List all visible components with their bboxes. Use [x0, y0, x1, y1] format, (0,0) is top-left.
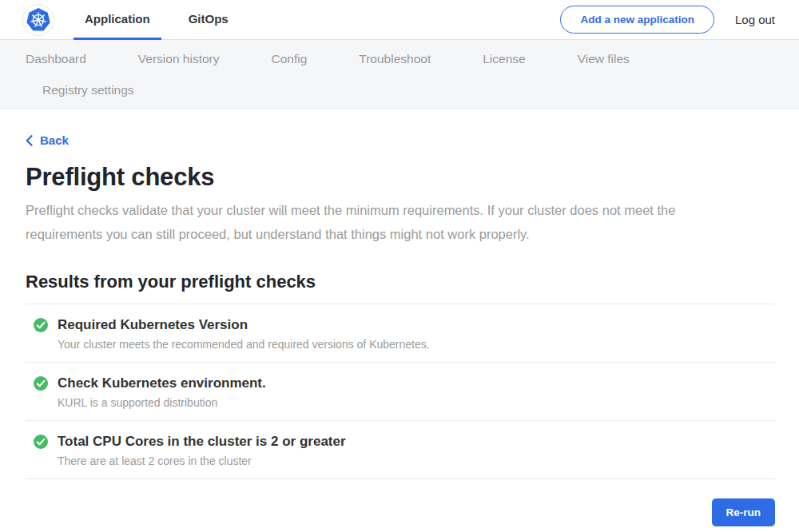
subnav-item-view-files[interactable]: View files [578, 52, 630, 66]
page-title: Preflight checks [26, 161, 775, 193]
subnav-item-dashboard[interactable]: Dashboard [26, 52, 86, 66]
results-heading: Results from your preflight checks [26, 272, 775, 292]
subnav-row-1: Dashboard Version history Config Trouble… [26, 52, 773, 66]
check-detail: KURL is a supported distribution [58, 396, 775, 410]
success-check-icon [34, 435, 48, 449]
rerun-button[interactable]: Re-run [712, 498, 776, 526]
check-item-total-cpu-cores: Total CPU Cores in the cluster is 2 or g… [26, 421, 775, 479]
check-head: Required Kubernetes Version [34, 316, 775, 334]
success-check-icon [34, 376, 48, 391]
back-link[interactable]: Back [26, 133, 69, 147]
main-content: Back Preflight checks Preflight checks v… [0, 109, 799, 526]
tab-application[interactable]: Application [74, 0, 161, 40]
tab-gitops[interactable]: GitOps [177, 0, 240, 40]
top-nav-bar: Application GitOps Add a new application… [0, 0, 799, 40]
page-description: Preflight checks validate that your clus… [26, 198, 754, 246]
subnav-row-2: Registry settings [42, 83, 773, 97]
success-check-icon [34, 318, 48, 332]
subnav-item-registry-settings[interactable]: Registry settings [42, 83, 134, 97]
add-new-application-button[interactable]: Add a new application [560, 6, 714, 34]
check-item-required-kubernetes-version: Required Kubernetes Version Your cluster… [26, 304, 775, 363]
footer-actions: Re-run [26, 498, 775, 526]
subnav-item-troubleshoot[interactable]: Troubleshoot [359, 52, 431, 66]
subnav-item-license[interactable]: License [483, 52, 525, 66]
app-subnav: Dashboard Version history Config Trouble… [0, 40, 799, 109]
primary-tabs: Application GitOps [74, 0, 240, 39]
check-detail: Your cluster meets the recommended and r… [58, 338, 775, 351]
check-item-kubernetes-environment: Check Kubernetes environment. KURL is a … [26, 363, 775, 421]
topbar-spacer [240, 0, 561, 39]
subnav-item-version-history[interactable]: Version history [138, 52, 220, 66]
check-title: Required Kubernetes Version [58, 316, 248, 334]
check-title: Check Kubernetes environment. [58, 375, 266, 392]
check-head: Total CPU Cores in the cluster is 2 or g… [34, 433, 775, 451]
chevron-left-icon [26, 135, 33, 146]
check-detail: There are at least 2 cores in the cluste… [58, 455, 775, 468]
kubernetes-logo [22, 0, 54, 39]
check-head: Check Kubernetes environment. [34, 375, 775, 392]
logout-link[interactable]: Log out [735, 13, 775, 26]
back-link-label: Back [40, 133, 69, 147]
subnav-item-config[interactable]: Config [272, 52, 308, 66]
preflight-results-list: Required Kubernetes Version Your cluster… [26, 304, 775, 479]
check-title: Total CPU Cores in the cluster is 2 or g… [58, 433, 346, 451]
